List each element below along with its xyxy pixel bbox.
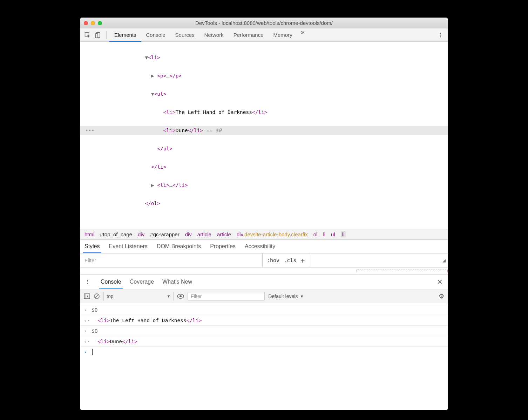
styles-toolbar: Filter :hov .cls + ◢ — [80, 253, 448, 267]
tab-sources[interactable]: Sources — [170, 28, 199, 41]
drawer-tab-whatsnew[interactable]: What's New — [162, 279, 192, 285]
chevron-down-icon: ▼ — [167, 294, 170, 298]
close-window-button[interactable] — [84, 21, 88, 25]
resize-handle-icon[interactable]: ◢ — [442, 258, 448, 263]
console-output[interactable]: ›$0 ‹· <li>The Left Hand of Darkness</li… — [80, 303, 448, 410]
svg-point-14 — [180, 295, 182, 297]
svg-point-8 — [87, 283, 88, 284]
console-output-line[interactable]: ‹· <li>The Left Hand of Darkness</li> — [80, 315, 448, 326]
gutter-menu-icon[interactable]: ••• — [85, 126, 93, 135]
console-prompt[interactable]: › — [80, 347, 448, 357]
console-input-line[interactable]: ›$0 — [80, 326, 448, 336]
console-input-line[interactable]: ›$0 — [80, 305, 448, 315]
dom-node-li-dune-selected[interactable]: ••• <li>Dune</li> == $0 — [80, 126, 448, 135]
traffic-lights — [84, 21, 102, 25]
console-sidebar-toggle-icon[interactable] — [84, 293, 90, 299]
subtab-accessibility[interactable]: Accessibility — [245, 243, 275, 250]
svg-point-7 — [87, 282, 88, 283]
dom-node-ul-close[interactable]: </ul> — [80, 144, 448, 153]
dom-node-li-collapsed[interactable]: ▶ <li>…</li> — [80, 181, 448, 190]
dom-breadcrumb[interactable]: html #top_of_page div #gc-wrapper div ar… — [80, 229, 448, 239]
new-style-rule-icon[interactable]: + — [300, 256, 305, 265]
svg-rect-2 — [95, 34, 98, 38]
chevron-down-icon: ▼ — [300, 294, 304, 298]
execution-context-select[interactable]: top ▼ — [103, 292, 174, 301]
main-toolbar: Elements Console Sources Network Perform… — [80, 28, 448, 42]
tab-memory[interactable]: Memory — [269, 28, 297, 41]
svg-rect-10 — [84, 294, 86, 299]
kebab-menu-icon[interactable] — [435, 30, 446, 40]
svg-point-5 — [440, 36, 441, 37]
svg-point-4 — [440, 34, 441, 35]
tab-performance[interactable]: Performance — [229, 28, 269, 41]
crumb-div2[interactable]: div — [185, 231, 192, 237]
dom-node-li-darkness[interactable]: <li>The Left Hand of Darkness</li> — [80, 108, 448, 117]
styles-filter-input[interactable]: Filter — [80, 253, 263, 267]
drawer-tab-coverage[interactable]: Coverage — [130, 279, 154, 285]
live-expression-icon[interactable] — [177, 294, 184, 299]
crumb-html[interactable]: html — [84, 231, 94, 237]
titlebar: DevTools - localhost:8080/web/tools/chro… — [80, 18, 448, 28]
devtools-window: DevTools - localhost:8080/web/tools/chro… — [80, 18, 448, 410]
clear-console-icon[interactable] — [94, 293, 100, 299]
subtab-styles[interactable]: Styles — [84, 243, 100, 250]
crumb-article2[interactable]: article — [217, 231, 231, 237]
dom-node-li-open[interactable]: ▼<li> — [80, 53, 448, 62]
console-output-line[interactable]: ‹· <li>Dune</li> — [80, 336, 448, 347]
console-toolbar: top ▼ Filter Default levels▼ ⚙ — [80, 289, 448, 303]
tab-network[interactable]: Network — [199, 28, 229, 41]
window-title: DevTools - localhost:8080/web/tools/chro… — [80, 20, 448, 26]
log-levels-select[interactable]: Default levels▼ — [268, 293, 304, 299]
tab-console[interactable]: Console — [141, 28, 170, 41]
crumb-ul[interactable]: ul — [331, 231, 335, 237]
crumb-div1[interactable]: div — [138, 231, 144, 237]
dom-node-ol-close[interactable]: </ol> — [80, 199, 448, 208]
drawer-kebab-icon[interactable] — [83, 279, 92, 284]
text-cursor — [92, 349, 93, 355]
hov-toggle[interactable]: :hov — [267, 257, 279, 264]
drawer-close-icon[interactable]: ✕ — [435, 278, 445, 286]
console-settings-icon[interactable]: ⚙ — [439, 292, 444, 300]
maximize-window-button[interactable] — [98, 21, 102, 25]
crumb-li-selected[interactable]: li — [341, 231, 346, 237]
elements-sidebar-tabs: Styles Event Listeners DOM Breakpoints P… — [80, 239, 448, 253]
drawer-tabs: Console Coverage What's New ✕ — [80, 275, 448, 289]
device-toolbar-icon[interactable] — [93, 30, 103, 40]
dom-node-p-collapsed[interactable]: ▶ <p>…</p> — [80, 71, 448, 80]
crumb-gc-wrapper[interactable]: #gc-wrapper — [150, 231, 179, 237]
more-tabs-icon[interactable]: » — [301, 28, 304, 41]
subtab-event-listeners[interactable]: Event Listeners — [109, 243, 148, 250]
svg-point-6 — [87, 280, 88, 281]
dom-node-li-close[interactable]: </li> — [80, 162, 448, 171]
tab-elements[interactable]: Elements — [109, 28, 141, 41]
minimize-window-button[interactable] — [91, 21, 95, 25]
box-model-preview — [357, 270, 448, 272]
crumb-div-devsite[interactable]: div.devsite-article-body.clearfix — [237, 231, 308, 237]
crumb-article1[interactable]: article — [197, 231, 211, 237]
inspect-element-icon[interactable] — [82, 30, 93, 40]
subtab-dom-breakpoints[interactable]: DOM Breakpoints — [157, 243, 201, 250]
dom-node-ul-open[interactable]: ▼<ul> — [80, 89, 448, 99]
svg-point-3 — [440, 33, 441, 34]
crumb-li1[interactable]: li — [323, 231, 325, 237]
toolbar-divider — [106, 31, 107, 39]
elements-dom-tree[interactable]: ▼<li> ▶ <p>…</p> ▼<ul> <li>The Left Hand… — [80, 42, 448, 229]
crumb-top-of-page[interactable]: #top_of_page — [100, 231, 132, 237]
console-filter-input[interactable]: Filter — [188, 292, 265, 300]
subtab-properties[interactable]: Properties — [210, 243, 236, 250]
crumb-ol[interactable]: ol — [313, 231, 318, 237]
svg-line-12 — [95, 294, 99, 298]
drawer-tab-console[interactable]: Console — [101, 279, 121, 285]
cls-toggle[interactable]: .cls — [284, 257, 296, 264]
panel-tabs: Elements Console Sources Network Perform… — [109, 28, 304, 41]
